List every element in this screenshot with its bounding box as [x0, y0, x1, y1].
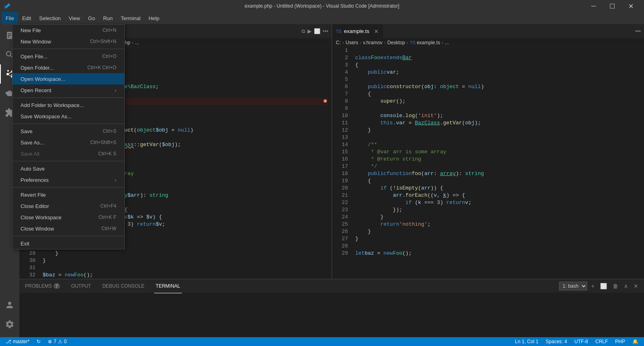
problems-tab-label: PROBLEMS — [25, 283, 52, 289]
title-bar-controls[interactable]: ─ ☐ ✕ — [584, 0, 640, 12]
right-breadcrumb-users[interactable]: Users — [346, 40, 358, 45]
ts-code-line: class Foo extends Bar — [355, 54, 640, 62]
language-mode[interactable]: PHP — [613, 337, 627, 346]
tab-toolbar: ⧉ ▶ ⬜ ••• — [298, 24, 332, 38]
file-menu-item[interactable]: File — [2, 12, 18, 24]
right-breadcrumb-c[interactable]: C: — [336, 40, 341, 45]
errors-count: 7 — [54, 339, 56, 344]
terminal-tab[interactable]: TERMINAL — [154, 279, 182, 293]
close-window-item[interactable]: Close Window Ctrl+W — [12, 223, 124, 234]
run-icon[interactable]: ▶ — [308, 28, 312, 34]
panel-close-icon[interactable]: ✕ — [632, 282, 640, 290]
right-breadcrumb-desktop[interactable]: Desktop — [387, 40, 405, 45]
ts-file-icon: TS — [336, 29, 342, 34]
save-all-item: Save All Ctrl+K S — [12, 148, 124, 159]
right-code-lines[interactable]: class Foo extends Bar { public var; publ… — [351, 47, 644, 279]
panel-up-icon[interactable]: ∧ — [622, 282, 630, 290]
split-vertical-icon[interactable]: ⬜ — [314, 28, 320, 34]
open-recent-item[interactable]: Open Recent › — [12, 84, 124, 96]
view-menu-item[interactable]: View — [65, 12, 84, 24]
panel: PROBLEMS 7 OUTPUT DEBUG CONSOLE TERMINAL… — [19, 279, 644, 337]
cursor-position-label: Ln 1, Col 1 — [515, 339, 539, 344]
open-file-item[interactable]: Open File... Ctrl+O — [12, 51, 124, 62]
run-menu-item[interactable]: Run — [99, 12, 117, 24]
go-menu-item[interactable]: Go — [84, 12, 99, 24]
panel-controls: 1: bash + ⬜ 🗑 ∧ ✕ — [559, 282, 640, 290]
kill-terminal-icon[interactable]: 🗑 — [611, 282, 620, 290]
code-line — [43, 264, 328, 272]
right-breadcrumb-ellipsis[interactable]: ... — [445, 40, 449, 45]
new-file-item[interactable]: New File Ctrl+N — [12, 25, 124, 36]
terminal-menu-item[interactable]: Terminal — [117, 12, 144, 24]
indentation[interactable]: Spaces: 4 — [544, 337, 569, 346]
ts-code-line: this.var = BazClass.getVar(obj); — [355, 119, 640, 127]
sync-status[interactable]: ↻ — [35, 337, 42, 346]
problems-tab[interactable]: PROBLEMS 7 — [23, 279, 62, 293]
settings-icon[interactable] — [0, 315, 19, 334]
split-terminal-icon[interactable]: ⬜ — [599, 282, 609, 290]
right-tab-bar: TS example.ts ✕ ••• — [332, 24, 644, 38]
auto-save-item[interactable]: Auto Save — [12, 163, 124, 174]
open-folder-item[interactable]: Open Folder... Ctrl+K Ctrl+O — [12, 62, 124, 73]
new-window-item[interactable]: New Window Ctrl+Shift+N — [12, 36, 124, 47]
cursor-position[interactable]: Ln 1, Col 1 — [514, 337, 540, 346]
breadcrumb-ellipsis[interactable]: ... — [135, 40, 139, 45]
save-as-item[interactable]: Save As... Ctrl+Shift+S — [12, 137, 124, 148]
debug-console-tab[interactable]: DEBUG CONSOLE — [101, 279, 146, 293]
account-icon[interactable] — [0, 295, 19, 315]
ts-code-line: if (k === 3) return v; — [355, 199, 640, 206]
edit-menu-item[interactable]: Edit — [18, 12, 35, 24]
save-workspace-as-item[interactable]: Save Workspace As... — [12, 111, 124, 122]
right-breadcrumb-file[interactable]: example.ts — [417, 40, 440, 45]
output-tab[interactable]: OUTPUT — [70, 279, 93, 293]
more-actions-icon[interactable]: ••• — [323, 28, 328, 34]
ts-code-line: * @return string — [355, 156, 640, 163]
add-folder-item[interactable]: Add Folder to Workspace... — [12, 99, 124, 111]
branch-status[interactable]: ⎇ master* — [4, 337, 31, 346]
ts-more-actions-icon[interactable]: ••• — [635, 28, 641, 34]
ts-code-line: public var; — [355, 69, 640, 76]
ts-breadcrumb-icon: TS — [410, 40, 415, 45]
encoding-label: UTF-8 — [574, 339, 588, 344]
revert-file-item[interactable]: Revert File — [12, 189, 124, 200]
right-line-numbers: 1 2 3 4 5 6 7 8 9 10 11 12 13 14 — [332, 47, 351, 279]
close-workspace-item[interactable]: Close Workspace Ctrl+K F — [12, 212, 124, 223]
save-item[interactable]: Save Ctrl+S — [12, 126, 124, 137]
branch-label: master* — [13, 339, 29, 344]
right-breadcrumb: C: › Users › v.hramov › Desktop › TS exa… — [332, 38, 644, 47]
help-menu-item[interactable]: Help — [144, 12, 163, 24]
errors-status[interactable]: ⊗ 7 ⚠ 0 — [46, 337, 68, 346]
notifications[interactable]: 🔔 — [631, 337, 640, 346]
maximize-button[interactable]: ☐ — [603, 0, 621, 12]
ts-code-line: } — [355, 228, 640, 235]
exit-item[interactable]: Exit — [12, 238, 124, 249]
branch-icon: ⎇ — [6, 339, 11, 344]
ts-tab[interactable]: TS example.ts ✕ — [332, 24, 384, 38]
title-bar-left — [4, 3, 10, 9]
right-breadcrumb-user[interactable]: v.hramov — [363, 40, 382, 45]
output-tab-label: OUTPUT — [71, 283, 91, 289]
ts-tab-label: example.ts — [344, 28, 369, 34]
ts-code-line: /** — [355, 141, 640, 148]
open-workspace-item[interactable]: Open Workspace... — [12, 73, 124, 84]
selection-menu-item[interactable]: Selection — [35, 12, 64, 24]
ts-code-line: { — [355, 177, 640, 185]
warnings-count: 0 — [64, 339, 67, 344]
ts-tab-close[interactable]: ✕ — [374, 28, 379, 35]
warning-icon: ⚠ — [58, 339, 62, 344]
ts-code-line: if (!isEmpty(arr)) { — [355, 185, 640, 192]
terminal-dropdown[interactable]: 1: bash — [559, 282, 587, 290]
encoding[interactable]: UTF-8 — [573, 337, 590, 346]
minimize-button[interactable]: ─ — [584, 0, 603, 12]
split-editor-icon[interactable]: ⧉ — [301, 28, 305, 35]
line-ending[interactable]: CRLF — [594, 337, 609, 346]
ts-code-line — [355, 243, 640, 250]
separator-2 — [12, 97, 124, 98]
activity-bar-bottom — [0, 295, 19, 337]
close-editor-item[interactable]: Close Editor Ctrl+F4 — [12, 200, 124, 212]
terminal-content[interactable] — [19, 293, 644, 337]
ts-code-line — [355, 47, 640, 54]
close-button[interactable]: ✕ — [621, 0, 640, 12]
preferences-item[interactable]: Preferences › — [12, 174, 124, 185]
add-terminal-icon[interactable]: + — [590, 282, 596, 290]
